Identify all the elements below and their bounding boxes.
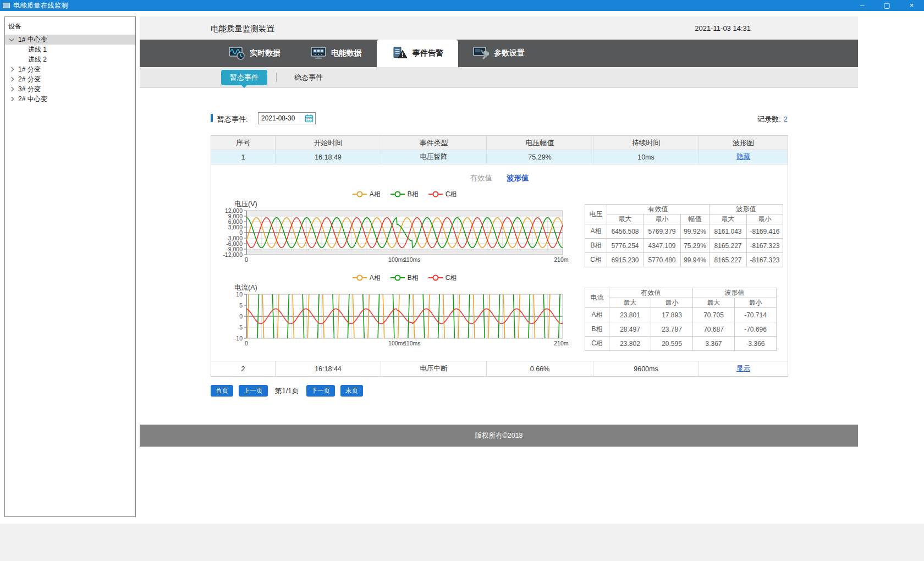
waveform-detail-panel: 有效值 波形值 A相 B相 [211,164,788,361]
next-page-button[interactable]: 下一页 [306,385,336,397]
current-stats-table: 电流 有效值 波形值 最大 最小 最大 最小 A相 23.801 17.893 [585,288,777,351]
table-row[interactable]: 2 16:18:44 电压中断 0.66% 9600ms 显示 [211,361,788,376]
show-waveform-link[interactable]: 显示 [736,364,750,373]
value-mode-toggle: 有效值 波形值 [211,173,788,183]
pagination: 首页 上一页 第1/1页 下一页 末页 [211,385,363,397]
chevron-right-icon[interactable] [5,78,18,81]
tree-item[interactable]: 2# 中心变 [5,94,135,104]
sub-tabbar: 暂态事件 稳态事件 [140,67,858,88]
tree-item[interactable]: 1# 中心变 [5,35,135,45]
tree-item-label: 2# 中心变 [18,95,47,104]
voltage-chart-legend: A相 B相 C相 [246,189,563,200]
subtab-steady-events[interactable]: 稳态事件 [285,70,332,85]
svg-text:210ms: 210ms [554,340,569,346]
voltage-chart-title: 电压(V) [234,200,572,208]
tree-item[interactable]: 进线 2 [5,54,135,64]
table-row[interactable]: 1 16:18:49 电压暂降 75.29% 10ms 隐藏 [211,150,788,164]
tab-energy-data[interactable]: 电能数据 [295,40,377,67]
col-header-voltage-amplitude: 电压幅值 [487,136,593,150]
tree-item[interactable]: 3# 分变 [5,84,135,94]
tab-realtime-data[interactable]: 实时数据 [214,40,295,67]
window-titlebar: 电能质量在线监测 – ▢ × [0,0,924,11]
svg-text:-5: -5 [238,324,243,331]
phase-a-marker-icon [353,194,367,195]
voltage-chart-block: A相 B相 C相 电压(V) 12,0009,0006,0003,0000-3,… [215,189,572,273]
hide-waveform-link[interactable]: 隐藏 [736,152,750,162]
chevron-down-icon[interactable] [5,38,18,41]
window-controls: – ▢ × [850,0,924,11]
waveform-value-toggle[interactable]: 波形值 [507,173,529,183]
voltage-stats-table: 电压 有效值 波形值 最大 最小 幅值 最大 最小 A相 6456.508 [585,204,783,267]
tab-parameter-settings[interactable]: 参数设置 [458,40,540,67]
header-datetime: 2021-11-03 14:31 [695,24,751,32]
app-window-icon [3,3,10,8]
filter-label: 暂态事件: [217,114,248,124]
tree-item[interactable]: 进线 1 [5,45,135,54]
svg-text:0: 0 [245,340,248,346]
prev-page-button[interactable]: 上一页 [239,385,268,397]
window-title: 电能质量在线监测 [13,1,68,10]
rms-value-toggle[interactable]: 有效值 [470,173,493,183]
svg-text:110ms: 110ms [404,256,421,263]
device-tree-panel: 设备 1# 中心变进线 1进线 21# 分变2# 分变3# 分变2# 中心变 [4,16,136,517]
tree-item-label: 进线 1 [28,45,47,54]
calendar-icon[interactable] [305,114,314,123]
col-header-waveform: 波形图 [699,136,788,150]
event-alarm-icon [392,46,408,61]
chevron-right-icon[interactable] [5,68,18,71]
last-page-button[interactable]: 末页 [340,385,363,397]
tree-item-label: 2# 分变 [18,75,41,84]
filter-row: 暂态事件: 2021-08-30 [211,112,788,124]
minimize-button[interactable]: – [850,0,875,11]
phase-b-marker-icon [391,277,405,278]
realtime-wave-clock-icon [229,46,245,61]
col-header-start-time: 开始时间 [276,136,381,150]
window-bottom-strip [0,524,924,561]
maximize-button[interactable]: ▢ [875,0,899,11]
col-header-event-type: 事件类型 [381,136,487,150]
date-input[interactable]: 2021-08-30 [258,112,316,124]
svg-text:210ms: 210ms [554,256,569,263]
chevron-right-icon[interactable] [5,87,18,91]
close-button[interactable]: × [899,0,924,11]
phase-c-marker-icon [428,194,443,195]
phase-a-marker-icon [353,277,367,278]
date-value[interactable]: 2021-08-30 [258,114,305,122]
svg-text:5: 5 [239,302,243,309]
page-title: 电能质量监测装置 [211,24,274,34]
voltage-waveform-chart: 12,0009,0006,0003,0000-3,000-6,000-9,000… [215,208,572,273]
settings-tools-icon [473,46,490,61]
first-page-button[interactable]: 首页 [211,385,233,397]
legend-item-phase-c: C相 [428,190,457,199]
accent-bar [211,114,213,122]
svg-text:0: 0 [245,256,248,263]
tree-item-label: 3# 分变 [18,85,41,94]
tree-item[interactable]: 1# 分变 [5,64,135,74]
legend-item-phase-a: A相 [353,273,381,283]
event-table-header: 序号 开始时间 事件类型 电压幅值 持续时间 波形图 [211,136,788,150]
main-area: 电能质量监测装置 2021-11-03 14:31 实时数据 [140,16,858,524]
legend-item-phase-b: B相 [391,190,419,199]
legend-item-phase-c: C相 [428,273,457,283]
tree-item-label: 1# 中心变 [18,35,47,45]
svg-text:-12,000: -12,000 [223,251,243,258]
current-chart-block: A相 B相 C相 电流(A) 1050-5-100100ms110ms210ms [215,272,572,357]
subtab-transient-events[interactable]: 暂态事件 [221,70,267,85]
energy-meter-icon [310,46,327,61]
svg-text:-10: -10 [234,335,243,342]
subtab-divider [276,73,277,82]
tab-event-alarm[interactable]: 事件告警 [377,40,458,67]
tree-item-label: 进线 2 [28,55,47,64]
chevron-right-icon[interactable] [5,97,18,101]
main-tabbar: 实时数据 电能数据 事件告警 [140,40,858,67]
app-header: 电能质量监测装置 2021-11-03 14:31 [140,16,858,40]
phase-c-marker-icon [428,277,443,278]
device-tree-header: 设备 [5,17,135,35]
col-header-index: 序号 [211,136,276,150]
records-count-value: 2 [784,115,788,123]
phase-b-marker-icon [391,194,405,195]
current-chart-title: 电流(A) [234,283,572,292]
tree-item[interactable]: 2# 分变 [5,74,135,84]
legend-item-phase-b: B相 [391,273,419,283]
page-indicator: 第1/1页 [275,386,299,396]
